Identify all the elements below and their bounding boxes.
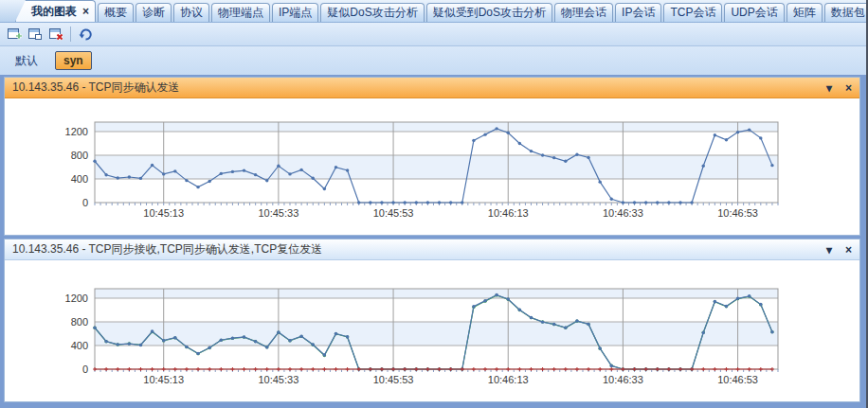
chart-panel-1-body: 0400800120010:45:1310:45:3310:45:5310:46…	[5, 98, 859, 235]
svg-text:800: 800	[71, 150, 88, 161]
panel-menu-icon[interactable]: ▾	[826, 244, 832, 256]
chart-tab-默认[interactable]: 默认	[8, 51, 45, 71]
svg-text:400: 400	[71, 340, 88, 351]
panel-menu-icon[interactable]: ▾	[826, 82, 832, 94]
chart-panel-2-title: 10.143.35.46 - TCP同步接收,TCP同步确认发送,TCP复位发送	[12, 241, 322, 257]
tab-6[interactable]: 疑似受到DoS攻击分析	[426, 3, 552, 22]
svg-text:0: 0	[82, 197, 88, 208]
svg-text:400: 400	[71, 173, 88, 185]
svg-text:10:46:33: 10:46:33	[603, 207, 643, 219]
svg-text:10:45:13: 10:45:13	[143, 374, 184, 385]
tab-3[interactable]: 物理端点	[211, 3, 270, 22]
refresh-icon	[78, 27, 94, 43]
chart-panel-2: 10.143.35.46 - TCP同步接收,TCP同步确认发送,TCP复位发送…	[4, 239, 860, 402]
chart-panel-2-body: 0400800120010:45:1310:45:3310:45:5310:46…	[5, 260, 859, 401]
refresh-button[interactable]	[75, 25, 96, 44]
chart-panel-1-header[interactable]: 10.143.35.46 - TCP同步确认发送 ▾ ×	[5, 78, 859, 98]
svg-text:10:45:33: 10:45:33	[258, 207, 298, 219]
tab-my-charts[interactable]: 我的图表 ×	[15, 0, 96, 22]
svg-text:10:45:33: 10:45:33	[258, 374, 298, 385]
chart-tab-syn[interactable]: syn	[55, 51, 92, 70]
svg-text:10:46:53: 10:46:53	[717, 207, 758, 219]
toolbar-separator	[70, 27, 71, 42]
svg-text:10:46:33: 10:46:33	[603, 374, 643, 385]
tab-close-icon[interactable]: ×	[82, 5, 89, 18]
svg-text:10:45:13: 10:45:13	[143, 207, 184, 219]
chart-panel-1-title: 10.143.35.46 - TCP同步确认发送	[12, 80, 180, 96]
panel-close-icon[interactable]: ×	[845, 244, 852, 256]
content-area: 10.143.35.46 - TCP同步确认发送 ▾ × 04008001200…	[0, 75, 868, 408]
app-window: 我的图表 × 概要诊断协议物理端点IP端点疑似DoS攻击分析疑似受到DoS攻击分…	[0, 0, 868, 408]
delete-chart-button[interactable]	[45, 25, 66, 44]
chart-panel-1: 10.143.35.46 - TCP同步确认发送 ▾ × 04008001200…	[4, 77, 860, 236]
tab-11[interactable]: 矩阵	[787, 3, 823, 22]
add-chart-button[interactable]	[4, 25, 25, 44]
tab-10[interactable]: UDP会话	[724, 3, 784, 22]
svg-text:10:46:13: 10:46:13	[488, 207, 529, 219]
svg-text:10:46:13: 10:46:13	[488, 374, 529, 385]
tab-7[interactable]: 物理会话	[554, 3, 613, 22]
svg-text:10:45:53: 10:45:53	[373, 374, 414, 385]
tab-5[interactable]: 疑似DoS攻击分析	[320, 3, 424, 22]
svg-text:0: 0	[82, 364, 88, 375]
tab-8[interactable]: IP会话	[615, 3, 661, 22]
tab-9[interactable]: TCP会话	[663, 3, 722, 22]
svg-text:1200: 1200	[65, 126, 88, 137]
delete-chart-window-icon	[48, 27, 64, 43]
svg-text:10:46:53: 10:46:53	[717, 374, 758, 385]
tab-4[interactable]: IP端点	[272, 3, 318, 22]
edit-chart-window-icon	[27, 27, 44, 43]
add-chart-window-icon	[7, 27, 23, 43]
view-tab-bar: 我的图表 × 概要诊断协议物理端点IP端点疑似DoS攻击分析疑似受到DoS攻击分…	[0, 0, 868, 23]
tab-1[interactable]: 诊断	[136, 3, 172, 22]
chart-toolbar	[0, 23, 868, 46]
panel-close-icon[interactable]: ×	[845, 82, 852, 94]
svg-text:10:45:53: 10:45:53	[373, 207, 414, 219]
chart-2-canvas: 0400800120010:45:1310:45:3310:45:5310:46…	[5, 260, 859, 401]
chart-1-canvas: 0400800120010:45:1310:45:3310:45:5310:46…	[5, 98, 859, 235]
edit-chart-button[interactable]	[25, 25, 45, 44]
chart-panel-2-header[interactable]: 10.143.35.46 - TCP同步接收,TCP同步确认发送,TCP复位发送…	[5, 239, 859, 260]
svg-text:800: 800	[71, 316, 88, 328]
tab-12[interactable]: 数据包	[824, 3, 868, 22]
tab-0[interactable]: 概要	[98, 3, 134, 22]
chart-tab-row: 默认syn	[0, 46, 868, 75]
tab-my-charts-label: 我的图表	[31, 4, 77, 20]
tab-2[interactable]: 协议	[173, 3, 209, 22]
svg-text:1200: 1200	[65, 293, 88, 304]
